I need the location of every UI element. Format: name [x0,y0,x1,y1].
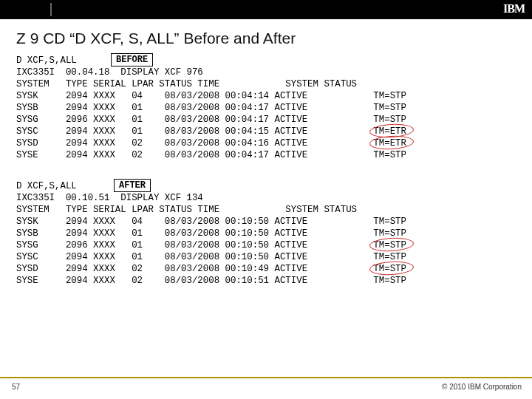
cmd-line: D XCF,S,ALL [16,180,77,192]
tm-suffix: TM=STP [373,149,406,161]
after-label: AFTER [114,179,151,192]
tm-suffix: TM=STP [373,102,406,114]
tm-suffix: TM=STP [373,90,406,102]
table-row: SYSK 2094 XXXX 04 08/03/2008 00:10:50 AC… [16,216,522,228]
before-label: BEFORE [111,53,153,66]
highlight-circle-icon [369,236,415,252]
table-row: SYSD 2094 XXXX 02 08/03/2008 00:10:49 AC… [16,263,522,275]
tm-suffix: TM=STP [373,216,406,228]
copyright: © 2010 IBM Corporation [442,383,522,391]
after-panel: AFTER D XCF,S,ALL IXC335I 00.10.51 DISPL… [16,180,522,287]
slide-title: Z 9 CD “D XCF, S, ALL” Before and After [16,30,532,47]
table-row: SYSG 2096 XXXX 01 08/03/2008 00:04:17 AC… [16,114,522,126]
table-row: SYSE 2094 XXXX 02 08/03/2008 00:04:17 AC… [16,149,522,161]
after-terminal: D XCF,S,ALL IXC335I 00.10.51 DISPLAY XCF… [16,180,522,287]
table-row: SYSD 2094 XXXX 02 08/03/2008 00:04:16 AC… [16,137,522,149]
tm-suffix: TM=STP [373,275,406,287]
ibm-logo: IBM [503,2,525,16]
table-row: SYSB 2094 XXXX 01 08/03/2008 00:04:17 AC… [16,102,522,114]
tm-suffix: TM=STP [373,263,406,275]
highlight-circle-icon [369,134,415,150]
table-row: SYSC 2094 XXXX 01 08/03/2008 00:10:50 AC… [16,251,522,263]
table-row: SYSG 2096 XXXX 01 08/03/2008 00:10:50 AC… [16,239,522,251]
highlight-circle-icon [369,123,415,138]
tm-suffix: TM=ETR [373,137,406,149]
col-headers: SYSTEM TYPE SERIAL LPAR STATUS TIME SYST… [16,78,357,90]
tm-suffix: TM=ETR [373,126,406,137]
table-row: SYSB 2094 XXXX 01 08/03/2008 00:10:50 AC… [16,228,522,239]
msg-line: IXC335I 00.10.51 DISPLAY XCF 134 [16,192,203,204]
top-bar-separator [50,3,52,16]
table-row: SYSC 2094 XXXX 01 08/03/2008 00:04:15 AC… [16,126,522,137]
page-number: 57 [12,383,20,391]
table-row: SYSE 2094 XXXX 02 08/03/2008 00:10:51 AC… [16,275,522,287]
footer: 57 © 2010 IBM Corporation [0,377,532,399]
top-bar: IBM [0,0,532,19]
cmd-line: D XCF,S,ALL [16,55,77,66]
before-panel: BEFORE D XCF,S,ALL IXC335I 00.04.18 DISP… [16,55,522,161]
tm-suffix: TM=STP [373,239,406,251]
col-headers: SYSTEM TYPE SERIAL LPAR STATUS TIME SYST… [16,204,357,216]
table-row: SYSK 2094 XXXX 04 08/03/2008 00:04:14 AC… [16,90,522,102]
tm-suffix: TM=STP [373,228,406,239]
before-terminal: D XCF,S,ALL IXC335I 00.04.18 DISPLAY XCF… [16,55,522,161]
highlight-circle-icon [369,260,415,276]
tm-suffix: TM=STP [373,251,406,263]
tm-suffix: TM=STP [373,114,406,126]
msg-line: IXC335I 00.04.18 DISPLAY XCF 976 [16,66,203,78]
